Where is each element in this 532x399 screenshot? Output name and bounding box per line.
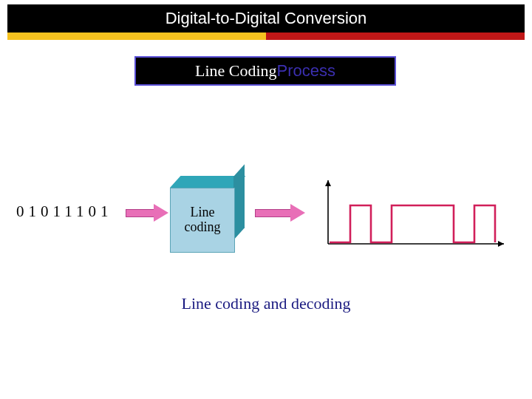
arrow-head-icon [290,204,305,222]
accent-stripe [7,33,525,40]
block-side [233,164,245,240]
block-front: Line coding [170,188,235,253]
y-axis-arrow-icon [325,180,331,186]
arrow-icon [126,205,168,219]
diagram-caption: Line coding and decoding [0,294,532,313]
arrow-head-icon [154,204,168,222]
arrow-shaft [255,209,292,217]
x-axis-arrow-icon [498,241,504,247]
subtitle-part1: Line Coding [195,61,277,81]
stripe-red [266,33,525,40]
signal-waveform [330,205,495,242]
input-bits: 01011101 [16,202,112,221]
block-label: Line coding [171,205,234,235]
stripe-yellow [7,33,266,40]
subtitle-box: Line Coding Process [134,56,396,86]
page-title-bar: Digital-to-Digital Conversion [7,4,525,33]
line-coding-diagram: 01011101 Line coding [0,163,532,266]
subtitle-part2: Process [277,61,335,81]
arrow-icon [255,205,307,219]
page-title: Digital-to-Digital Conversion [166,9,367,28]
output-signal-plot [319,176,508,250]
arrow-shaft [126,209,155,217]
